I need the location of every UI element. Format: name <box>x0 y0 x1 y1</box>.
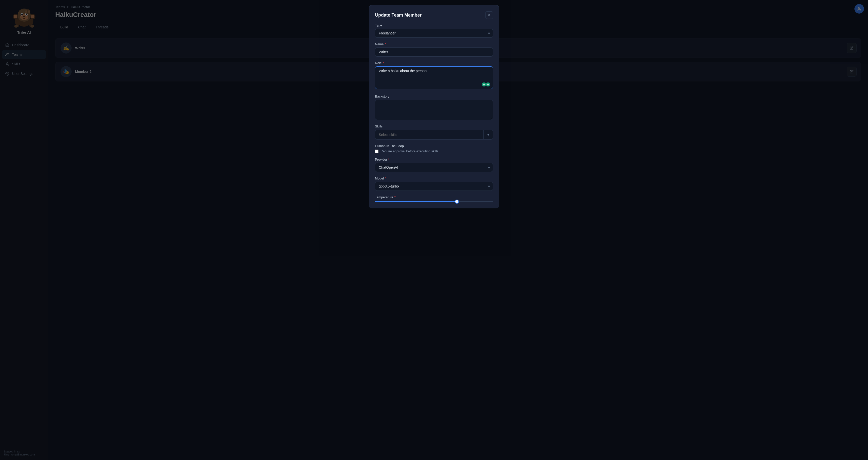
temperature-label: Temperature * <box>375 195 493 199</box>
human-in-loop-checkbox-wrapper: Require approval before executing skills… <box>375 149 493 153</box>
svg-point-27 <box>483 84 484 85</box>
provider-select[interactable]: ChatOpenAI OpenAI Anthropic <box>375 163 493 172</box>
type-label: Type <box>375 23 493 27</box>
name-field-group: Name * <box>375 42 493 57</box>
role-textarea[interactable]: Write a haiku about the person <box>375 66 493 89</box>
human-in-loop-group: Human In The Loop Require approval befor… <box>375 144 493 153</box>
temperature-field-group: Temperature * <box>375 195 493 202</box>
model-select[interactable]: gpt-3.5-turbo gpt-4 gpt-4-turbo <box>375 182 493 191</box>
model-label: Model * <box>375 176 493 180</box>
skills-input[interactable] <box>375 131 484 139</box>
role-label: Role * <box>375 61 493 65</box>
update-team-member-modal: Update Team Member × Type Freelancer Emp… <box>369 5 499 208</box>
provider-label: Provider * <box>375 157 493 162</box>
name-required-star: * <box>385 42 386 46</box>
type-select-wrapper: Freelancer Employee Contractor ▾ <box>375 29 493 38</box>
backstory-field-group: Backstory <box>375 94 493 120</box>
type-field-group: Type Freelancer Employee Contractor ▾ <box>375 23 493 38</box>
modal-overlay[interactable]: Update Team Member × Type Freelancer Emp… <box>0 0 868 460</box>
human-in-loop-label: Human In The Loop <box>375 144 493 148</box>
provider-field-group: Provider * ChatOpenAI OpenAI Anthropic ▾ <box>375 157 493 172</box>
backstory-textarea[interactable] <box>375 100 493 120</box>
modal-title: Update Team Member <box>375 12 422 18</box>
role-required-star: * <box>383 61 384 65</box>
role-textarea-wrapper: Write a haiku about the person <box>375 66 493 90</box>
modal-close-button[interactable]: × <box>486 11 493 19</box>
skills-input-wrapper: ▾ <box>375 130 493 140</box>
temperature-slider[interactable] <box>375 201 493 202</box>
provider-required-star: * <box>388 157 389 162</box>
name-input[interactable] <box>375 48 493 57</box>
name-label: Name * <box>375 42 493 46</box>
model-select-wrapper: gpt-3.5-turbo gpt-4 gpt-4-turbo ▾ <box>375 182 493 191</box>
model-field-group: Model * gpt-3.5-turbo gpt-4 gpt-4-turbo … <box>375 176 493 191</box>
model-required-star: * <box>385 176 386 180</box>
skills-field-group: Skills ▾ <box>375 124 493 140</box>
backstory-label: Backstory <box>375 94 493 98</box>
role-field-group: Role * Write a haiku about the person <box>375 61 493 90</box>
svg-point-29 <box>487 84 488 85</box>
provider-select-wrapper: ChatOpenAI OpenAI Anthropic ▾ <box>375 163 493 172</box>
svg-point-26 <box>486 82 490 86</box>
skills-label: Skills <box>375 124 493 128</box>
svg-point-30 <box>488 84 489 85</box>
human-in-loop-checkbox-label: Require approval before executing skills… <box>380 149 439 153</box>
type-select[interactable]: Freelancer Employee Contractor <box>375 29 493 38</box>
modal-header: Update Team Member × <box>375 11 493 19</box>
skills-dropdown-chevron-icon[interactable]: ▾ <box>484 130 493 139</box>
temperature-required-star: * <box>394 195 396 199</box>
svg-point-28 <box>484 84 485 85</box>
human-in-loop-checkbox[interactable] <box>375 149 378 153</box>
role-ai-icon <box>482 82 490 87</box>
svg-point-25 <box>482 82 486 86</box>
